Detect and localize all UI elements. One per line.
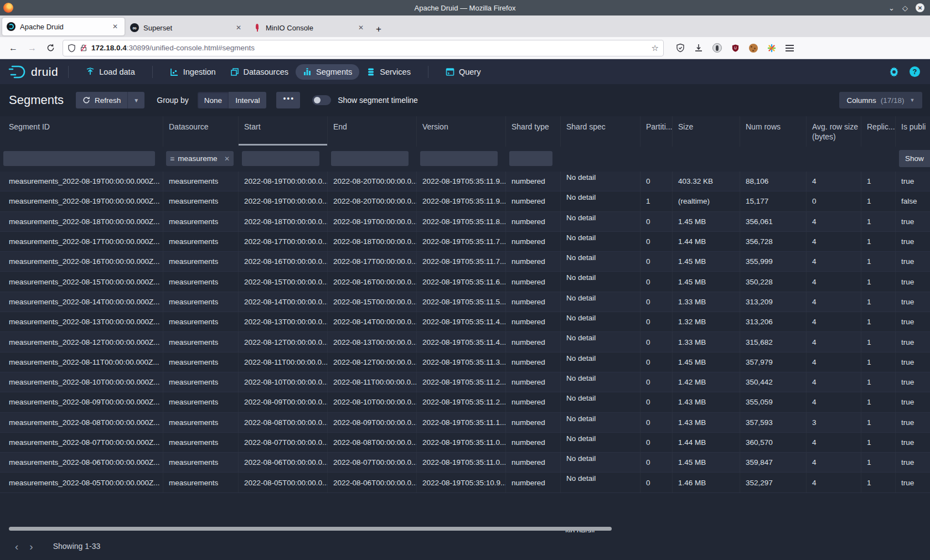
cell-end: 2022-08-07T00:00:00.0...: [328, 453, 417, 472]
help-icon[interactable]: ?: [910, 66, 920, 77]
url-text[interactable]: 172.18.0.4:30899/unified-console.html#se…: [91, 44, 648, 52]
table-row[interactable]: measurements_2022-08-16T00:00:00.000Z...…: [0, 252, 930, 272]
tracking-shield-icon[interactable]: [68, 44, 76, 53]
group-by-interval-button[interactable]: Interval: [229, 92, 266, 108]
table-row[interactable]: measurements_2022-08-08T00:00:00.000Z...…: [0, 413, 930, 433]
cell-is-publi: true: [896, 312, 930, 331]
minimize-icon[interactable]: ⌄: [888, 4, 895, 12]
nav-item-datasources[interactable]: Datasources: [223, 64, 296, 80]
menu-icon[interactable]: [786, 45, 794, 51]
cell-segment-id: measurements_2022-08-09T00:00:00.000Z...: [0, 392, 163, 412]
table-row[interactable]: measurements_2022-08-15T00:00:00.000Z...…: [0, 272, 930, 292]
table-row[interactable]: measurements_2022-08-19T00:00:00.000Z...…: [0, 191, 930, 211]
table-row[interactable]: measurements_2022-08-10T00:00:00.000Z...…: [0, 372, 930, 392]
column-header-replic[interactable]: Replic...: [861, 116, 896, 147]
cell-end: 2022-08-17T00:00:00.0...: [328, 252, 417, 271]
filter-input-version[interactable]: [420, 151, 498, 166]
table-row[interactable]: measurements_2022-08-18T00:00:00.000Z...…: [0, 212, 930, 232]
close-icon[interactable]: ✕: [916, 3, 924, 12]
table-row[interactable]: measurements_2022-08-14T00:00:00.000Z...…: [0, 292, 930, 312]
nav-item-segments[interactable]: Segments: [296, 64, 359, 80]
column-header-start[interactable]: Start: [239, 116, 328, 147]
insecure-lock-icon[interactable]: [80, 44, 87, 52]
cell-shard-spec: No detail: [561, 312, 640, 331]
cell-is-publi: true: [896, 453, 930, 472]
new-tab-button[interactable]: +: [370, 24, 387, 37]
cookie-extension-icon[interactable]: [749, 44, 758, 53]
refresh-dropdown-button[interactable]: ▼: [127, 92, 144, 108]
column-header-segment-id[interactable]: Segment ID: [0, 116, 163, 147]
more-options-button[interactable]: •••: [276, 92, 300, 108]
column-header-size[interactable]: Size: [673, 116, 740, 147]
tab-close-icon[interactable]: ✕: [234, 23, 244, 33]
cell-replic: 1: [861, 332, 896, 351]
tab-minio-console[interactable]: MinIO Console ✕: [248, 18, 370, 37]
segment-timeline-toggle[interactable]: [312, 95, 331, 105]
table-row[interactable]: measurements_2022-08-05T00:00:00.000Z...…: [0, 473, 930, 492]
cell-version: 2022-08-19T05:35:11.7...: [417, 252, 506, 271]
table-row[interactable]: measurements_2022-08-09T00:00:00.000Z...…: [0, 392, 930, 412]
tab-close-icon[interactable]: ✕: [110, 22, 120, 32]
filter-cell-end: [328, 147, 417, 172]
next-page-icon[interactable]: ›: [24, 541, 38, 552]
nav-item-ingestion[interactable]: Ingestion: [163, 64, 223, 80]
druid-logo[interactable]: druid: [0, 65, 58, 79]
cell-datasource: measurements: [163, 453, 239, 472]
ublock-icon[interactable]: U: [731, 44, 740, 53]
reload-icon[interactable]: [46, 44, 55, 52]
cell-datasource: measurements: [163, 312, 239, 331]
filter-input-end[interactable]: [331, 151, 409, 166]
column-header-partiti[interactable]: Partiti...: [640, 116, 673, 147]
tab-superset[interactable]: ∞ Superset ✕: [126, 18, 248, 37]
gear-icon[interactable]: [888, 66, 900, 77]
refresh-button[interactable]: Refresh: [76, 92, 127, 108]
cell-num-rows: 15,177: [740, 191, 807, 211]
table-row[interactable]: measurements_2022-08-17T00:00:00.000Z...…: [0, 232, 930, 252]
url-bar[interactable]: 172.18.0.4:30899/unified-console.html#se…: [63, 40, 664, 56]
cell-start: 2022-08-06T00:00:00.0...: [239, 453, 328, 472]
is-published-filter-button[interactable]: Show: [899, 150, 930, 167]
ingestion-icon: [170, 68, 179, 76]
column-header-shard-spec[interactable]: Shard spec: [561, 116, 640, 147]
downloads-icon[interactable]: [694, 44, 703, 53]
column-header-end[interactable]: End: [328, 116, 417, 147]
column-header-datasource[interactable]: Datasource: [163, 116, 239, 147]
back-icon[interactable]: ←: [9, 43, 18, 53]
datasources-icon: [230, 68, 239, 76]
tab-apache-druid[interactable]: Apache Druid ✕: [2, 18, 125, 35]
protections-shield-icon[interactable]: [676, 43, 685, 53]
column-header-is-publi[interactable]: Is publi: [896, 116, 930, 147]
cell-size: 1.45 MB: [673, 453, 740, 472]
filter-cell-avg-row-size-bytes: [807, 147, 861, 172]
columns-button[interactable]: Columns (17/18) ▼: [839, 92, 922, 108]
table-row[interactable]: measurements_2022-08-07T00:00:00.000Z...…: [0, 433, 930, 453]
nav-item-services[interactable]: Services: [359, 64, 418, 80]
nav-item-load-data[interactable]: Load data: [79, 64, 142, 80]
cell-shard-spec: No detail: [561, 292, 640, 312]
forward-icon[interactable]: →: [28, 43, 37, 53]
filter-input-segment-id[interactable]: [3, 151, 155, 166]
column-header-num-rows[interactable]: Num rows: [740, 116, 807, 147]
cell-shard-spec: No detail: [561, 252, 640, 271]
tab-close-icon[interactable]: ✕: [356, 23, 366, 33]
group-by-none-button[interactable]: None: [198, 92, 229, 108]
column-header-avg-row-size-bytes[interactable]: Avg. row size (bytes): [807, 116, 861, 147]
remove-filter-icon[interactable]: ✕: [224, 155, 230, 163]
table-row[interactable]: measurements_2022-08-12T00:00:00.000Z...…: [0, 332, 930, 352]
table-row[interactable]: measurements_2022-08-13T00:00:00.000Z...…: [0, 312, 930, 332]
filter-input-shard-type[interactable]: [509, 151, 552, 166]
table-row[interactable]: measurements_2022-08-11T00:00:00.000Z...…: [0, 352, 930, 372]
column-header-version[interactable]: Version: [417, 116, 506, 147]
previous-page-icon[interactable]: ‹: [9, 541, 24, 552]
table-row[interactable]: measurements_2022-08-06T00:00:00.000Z...…: [0, 453, 930, 473]
pinwheel-extension-icon[interactable]: [767, 44, 776, 53]
bookmark-star-icon[interactable]: ☆: [652, 43, 659, 53]
column-header-shard-type[interactable]: Shard type: [506, 116, 561, 147]
horizontal-scrollbar[interactable]: [9, 527, 612, 531]
extension-badge-icon[interactable]: [712, 43, 722, 53]
datasource-filter-tag[interactable]: ≡measureme✕: [166, 151, 234, 166]
maximize-icon[interactable]: ◇: [902, 4, 908, 12]
table-row[interactable]: measurements_2022-08-19T00:00:00.000Z...…: [0, 172, 930, 191]
nav-item-query[interactable]: Query: [438, 64, 488, 80]
filter-input-start[interactable]: [242, 151, 319, 166]
